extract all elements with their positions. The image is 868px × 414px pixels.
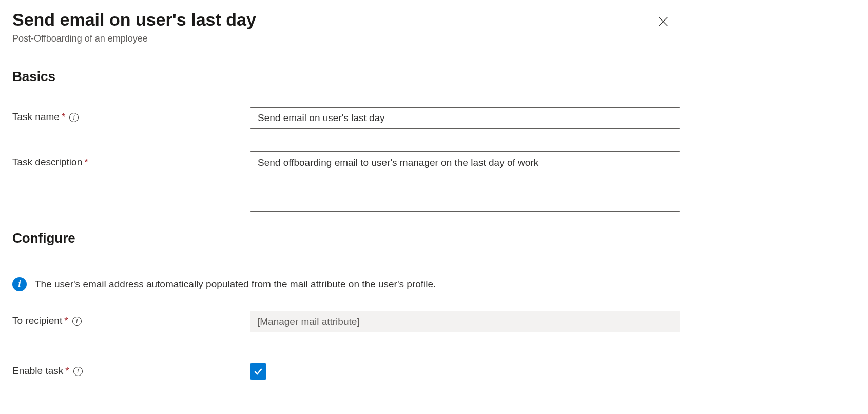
task-description-input[interactable]	[250, 151, 680, 212]
info-icon[interactable]: i	[73, 367, 83, 376]
required-indicator: *	[65, 365, 69, 377]
to-recipient-field: [Manager mail attribute]	[250, 311, 680, 332]
required-indicator: *	[62, 111, 65, 123]
info-icon[interactable]: i	[72, 317, 82, 326]
check-icon	[253, 366, 263, 377]
panel-subtitle: Post-Offboarding of an employee	[12, 33, 653, 44]
task-name-label: Task name * i	[12, 107, 250, 123]
to-recipient-label: To recipient * i	[12, 311, 250, 326]
required-indicator: *	[64, 315, 68, 326]
basics-heading: Basics	[12, 69, 856, 85]
info-icon[interactable]: i	[69, 113, 79, 122]
panel-title: Send email on user's last day	[12, 9, 653, 30]
enable-task-checkbox[interactable]	[250, 363, 266, 380]
task-description-label: Task description *	[12, 151, 250, 168]
enable-task-label: Enable task * i	[12, 361, 250, 377]
info-icon: i	[12, 277, 27, 291]
close-button[interactable]	[653, 11, 673, 32]
info-banner-text: The user's email address automatically p…	[35, 279, 436, 290]
close-icon	[658, 16, 669, 27]
task-name-input[interactable]	[250, 107, 680, 129]
required-indicator: *	[84, 156, 88, 168]
configure-heading: Configure	[12, 230, 856, 246]
